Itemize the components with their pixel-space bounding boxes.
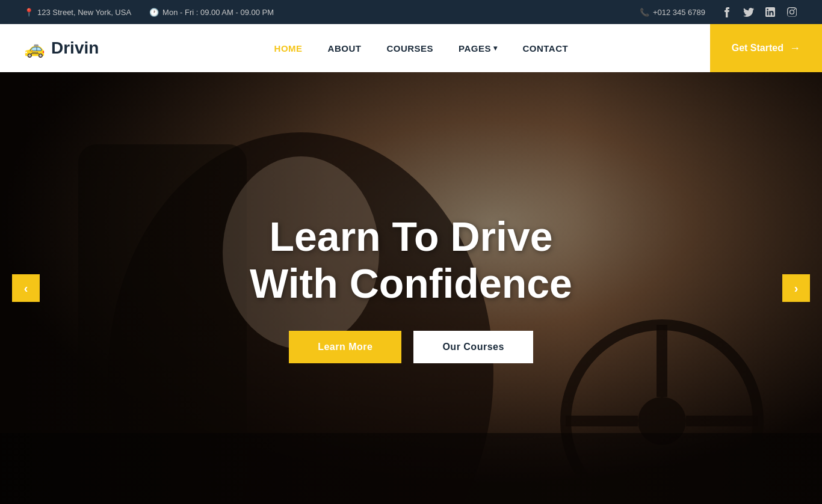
prev-arrow-icon: ‹ xyxy=(24,281,28,295)
linkedin-icon[interactable] xyxy=(764,6,776,18)
hours-item: 🕐 Mon - Fri : 09.00 AM - 09.00 PM xyxy=(149,8,274,17)
nav-link-courses[interactable]: COURSES xyxy=(386,43,433,54)
dropdown-arrow-icon: ▾ xyxy=(493,44,498,52)
address-item: 📍 123 Street, New York, USA xyxy=(24,8,131,17)
learn-more-button[interactable]: Learn More xyxy=(289,331,401,363)
top-bar: 📍 123 Street, New York, USA 🕐 Mon - Fri … xyxy=(0,0,822,24)
location-icon: 📍 xyxy=(24,8,34,17)
nav-item-home[interactable]: HOME xyxy=(265,24,312,72)
instagram-icon[interactable] xyxy=(786,6,798,18)
cta-label: Get Started → xyxy=(732,42,800,55)
carousel-next-button[interactable]: › xyxy=(782,274,810,302)
navbar: 🚕 Drivin HOME ABOUT COURSES PAGES ▾ CONT… xyxy=(0,24,822,72)
car-icon: 🚕 xyxy=(24,38,45,58)
hero-buttons: Learn More Our Courses xyxy=(250,331,572,363)
hero-title-line2: With Confidence xyxy=(250,260,572,306)
brand-name: Drivin xyxy=(51,38,99,58)
phone-icon: 📞 xyxy=(640,8,649,17)
our-courses-button[interactable]: Our Courses xyxy=(413,331,533,363)
nav-link-about[interactable]: ABOUT xyxy=(328,43,362,54)
get-started-button[interactable]: Get Started → xyxy=(710,24,822,72)
brand[interactable]: 🚕 Drivin xyxy=(0,24,132,72)
nav-link-contact[interactable]: CONTACT xyxy=(522,43,568,54)
phone-item: 📞 +012 345 6789 xyxy=(640,8,705,17)
address-text: 123 Street, New York, USA xyxy=(37,8,131,17)
nav-link-home[interactable]: HOME xyxy=(274,43,303,54)
hero-title-line1: Learn To Drive xyxy=(269,214,552,259)
phone-number: +012 345 6789 xyxy=(653,8,705,17)
nav-link-pages[interactable]: PAGES ▾ xyxy=(459,43,497,54)
hours-text: Mon - Fri : 09.00 AM - 09.00 PM xyxy=(162,8,274,17)
nav-menu: HOME ABOUT COURSES PAGES ▾ CONTACT xyxy=(132,24,710,72)
hero-title: Learn To Drive With Confidence xyxy=(250,213,572,307)
cta-arrow-icon: → xyxy=(790,42,800,55)
hero-content: Learn To Drive With Confidence Learn Mor… xyxy=(238,213,584,363)
nav-item-pages[interactable]: PAGES ▾ xyxy=(449,24,507,72)
next-arrow-icon: › xyxy=(794,281,799,295)
clock-icon: 🕐 xyxy=(149,8,159,17)
nav-item-contact[interactable]: CONTACT xyxy=(513,24,578,72)
nav-item-about[interactable]: ABOUT xyxy=(318,24,371,72)
top-bar-right: 📞 +012 345 6789 xyxy=(640,6,798,18)
top-bar-left: 📍 123 Street, New York, USA 🕐 Mon - Fri … xyxy=(24,8,274,17)
hero-section: ‹ Learn To Drive With Confidence Learn M… xyxy=(0,72,822,504)
facebook-icon[interactable] xyxy=(721,6,733,18)
nav-item-courses[interactable]: COURSES xyxy=(377,24,443,72)
carousel-prev-button[interactable]: ‹ xyxy=(12,274,40,302)
twitter-icon[interactable] xyxy=(743,6,755,18)
